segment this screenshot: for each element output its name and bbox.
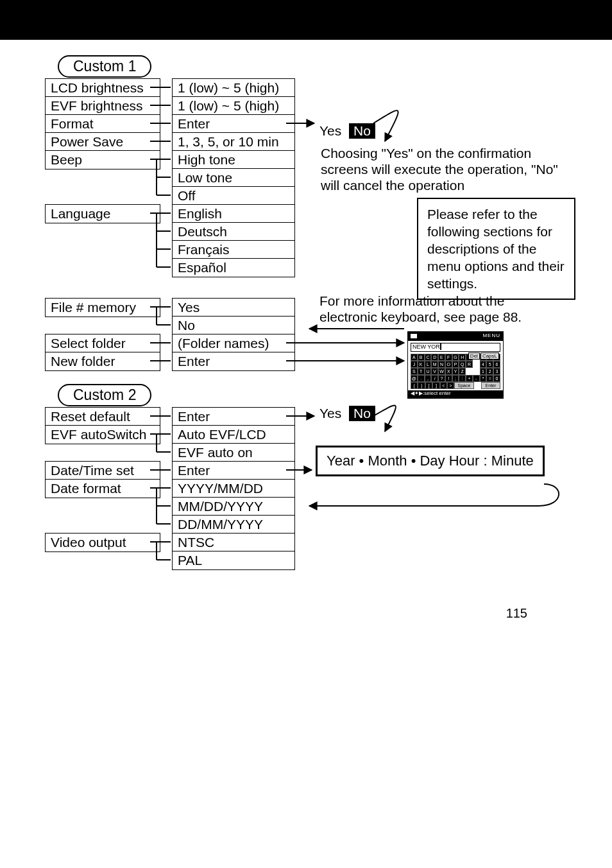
refer-note: Please refer to the following sections f… [417,198,575,300]
menu-item-label: New folder [45,352,160,371]
confirm-yes-2: Yes [319,406,341,421]
kb-hint-text: select enter [424,390,450,396]
keyboard-note: For more information about the electroni… [319,293,563,325]
menu-item-label: Language [45,204,160,223]
header-black-bar [0,0,612,40]
menu-item-label: Select folder [45,334,160,353]
confirm-no-2: No [349,406,375,421]
menu-item-option: Enter [172,352,295,371]
kb-caps: CapsL [480,352,499,360]
kb-hint: ◀✦▶:select enter [408,390,503,398]
menu-item-option: NTSC [172,533,295,552]
menu-item-label: Format [45,114,160,134]
menu-item-option: Enter [172,461,295,480]
menu-item-option: Enter [172,114,295,134]
custom1-tab-header: Custom 1 [58,55,151,78]
menu-item-label: EVF autoSwitch [45,425,160,444]
menu-item-option: English [172,204,295,223]
menu-item-option: PAL [172,551,295,570]
menu-item-label: Reset default [45,407,160,426]
menu-item-option: Enter [172,407,295,426]
confirm-yes-no-1: Yes No [319,123,375,139]
kb-menu-label: MENU [482,333,500,338]
menu-item-option: 1, 3, 5, or 10 min [172,132,295,152]
menu-item-option: MM/DD/YYYY [172,497,295,516]
kb-space: Space [454,382,473,389]
menu-item-label: Power Save [45,132,160,152]
menu-item-option: (Folder names) [172,334,295,353]
menu-item-label: Date/Time set [45,461,160,480]
menu-item-option: Yes [172,298,295,317]
custom2-tab-header: Custom 2 [58,384,151,406]
menu-item-option: Deutsch [172,222,295,241]
confirm-no-1: No [349,123,375,139]
menu-item-label: EVF brightness [45,96,160,116]
menu-item-option: Auto EVF/LCD [172,425,295,444]
kb-del: Del [468,352,480,360]
keyboard-screen: MENU NEW YOR. DelCapsL ABCDEFGHI789 JKLM… [407,331,504,399]
menu-item-option: EVF auto on [172,443,295,462]
confirm-yes-no-2: Yes No [319,406,375,421]
menu-item-option: Français [172,240,295,259]
menu-item-label: LCD brightness [45,78,160,98]
confirmation-text: Choosing "Yes" on the confirmation scree… [321,145,571,193]
kb-enter: Enter [481,382,500,389]
page-number: 115 [506,606,527,621]
menu-item-option: No [172,316,295,335]
kb-input: NEW YOR. [411,343,500,352]
menu-item-option: High tone [172,150,295,169]
menu-item-label: Date format [45,479,160,498]
kb-del-caps: DelCapsL [468,353,499,359]
menu-item-label: Beep [45,150,160,169]
menu-item-option: Español [172,258,295,277]
datetime-format-box: Year • Month • Day Hour : Minute [316,446,545,476]
menu-item-label: File # memory [45,298,160,317]
menu-item-option: DD/MM/YYYY [172,515,295,534]
menu-item-option: YYYY/MM/DD [172,479,295,498]
menu-item-option: 1 (low) ~ 5 (high) [172,96,295,116]
menu-item-option: Off [172,186,295,205]
menu-item-option: Low tone [172,168,295,187]
menu-item-label: Video output [45,533,160,552]
confirm-yes-1: Yes [319,123,341,138]
menu-item-option: 1 (low) ~ 5 (high) [172,78,295,98]
kb-input-text: NEW YOR [412,343,440,350]
